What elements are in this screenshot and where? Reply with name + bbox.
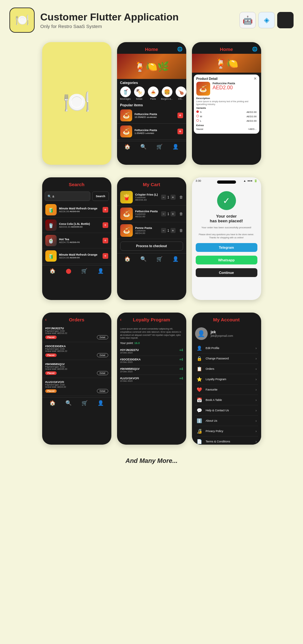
loyalty-item-4[interactable]: #LU1V1KVCFI 19 Dec 2023 +4 <box>120 375 183 384</box>
variant-l[interactable]: L AED2.00 <box>196 119 257 123</box>
android-icon[interactable]: 🤖 <box>239 12 256 28</box>
variant-s[interactable]: S AED2.00 <box>196 110 257 114</box>
cat-pasta[interactable]: 🍝 Pasta <box>147 86 159 100</box>
order-entry-4[interactable]: #LU1V1KVCFI Payment type: COD Grand tota… <box>42 378 111 396</box>
qty-increase-3[interactable]: + <box>171 228 176 233</box>
search-item-3[interactable]: 🍵 Hot Tea AED4.70 AED6.70 + <box>42 233 111 248</box>
menu-item-book-table[interactable]: 📅 Book A Table › <box>195 395 258 405</box>
add-search-2-button[interactable]: + <box>103 222 108 228</box>
cart-delete-1[interactable]: 🗑 <box>179 195 183 199</box>
loyalty-item-2[interactable]: #3OCE33GEKA 19 Dec 2023 +4 <box>120 356 183 365</box>
add-search-4-button[interactable]: + <box>103 253 108 259</box>
back-arrow-orders[interactable]: ‹ <box>45 317 47 322</box>
order-detail-1-button[interactable]: Detail <box>97 335 108 339</box>
back-arrow-loyalty[interactable]: ‹ <box>120 317 122 322</box>
order-detail-2-button[interactable]: Detail <box>97 353 108 357</box>
order-id-1: #OYJMJI227U <box>45 327 108 330</box>
apple-icon[interactable] <box>277 12 294 28</box>
loyalty-item-1[interactable]: #OYJMJI227U 19 Dec 2023 +4 <box>120 347 183 356</box>
menu-item-privacy[interactable]: 🔏 Privacy Policy › <box>195 426 258 436</box>
nav-home-icon-c[interactable]: 🏠 <box>124 256 131 262</box>
search-button[interactable]: Search <box>92 192 109 201</box>
loyalty-date-1: 19 Dec 2023 <box>120 352 139 354</box>
nav-home-icon-s[interactable]: 🏠 <box>49 268 56 274</box>
about-arrow: › <box>255 419 256 423</box>
menu-item-favourite[interactable]: ❤️ Favourite › <box>195 385 258 395</box>
nav-search-icon-c[interactable]: 🔍 <box>140 256 147 262</box>
menu-item-help[interactable]: 💬 Help & Contact Us › <box>195 405 258 416</box>
cart-food-img-3: 🍝 <box>120 224 133 237</box>
variant-m[interactable]: M AED2.00 <box>196 114 257 119</box>
telegram-button[interactable]: Telegram <box>196 243 257 252</box>
nav-cart-icon-s[interactable]: 🛒 <box>81 268 87 274</box>
menu-item-change-password[interactable]: 🔒 Change Password › <box>195 353 258 364</box>
menu-item-about[interactable]: ℹ️ About Us › <box>195 416 258 426</box>
nav-profile-icon[interactable]: 👤 <box>172 144 179 150</box>
cart-item-3[interactable]: 🍝 Penne Pasta Customize AED4.00 − 1 + 🗑 <box>117 222 186 239</box>
qty-decrease-1[interactable]: − <box>161 195 166 200</box>
terms-label: Terms & Conditions <box>206 440 253 443</box>
order-entry-2[interactable]: #3OCE33GEKA Payment type: COD Grand tota… <box>42 342 111 360</box>
menu-item-edit-profile[interactable]: 👤 Edit Profile › <box>195 343 258 353</box>
cart-price-1: AED33.33 <box>135 198 159 201</box>
cat-chicken[interactable]: 🍗 Chi... <box>175 86 186 100</box>
nav-search-icon-o[interactable]: 🔍 <box>65 400 72 406</box>
extra-sauce[interactable]: Sause +AED... <box>196 127 257 131</box>
burgers-icon: 🍔 <box>162 86 172 97</box>
qty-increase-1[interactable]: + <box>171 195 176 200</box>
add-food-1-button[interactable]: + <box>177 113 183 118</box>
qty-decrease-3[interactable]: − <box>161 228 166 233</box>
checkout-button[interactable]: Process to checkout <box>120 242 183 251</box>
nav-profile-icon-c[interactable]: 👤 <box>172 256 179 262</box>
cat-label-kebab: Kebab <box>136 98 142 100</box>
cart-item-2[interactable]: 🍝 Fettuccine Pasta Customize AED2.00 − 1… <box>117 206 186 222</box>
nav-home-icon[interactable]: 🏠 <box>124 144 131 150</box>
cart-item-1[interactable]: 🍟 Crispier Fries (L) Customize AED33.33 … <box>117 189 186 206</box>
nav-cart-active-icon[interactable]: 🛒 <box>156 256 163 262</box>
menu-item-orders[interactable]: 📋 Orders › <box>195 364 258 374</box>
add-search-3-button[interactable]: + <box>103 238 108 243</box>
pd-info-row: 🍝 Fettuccine Pasta AED2.00 <box>196 82 257 96</box>
add-food-2-button[interactable]: + <box>177 129 183 134</box>
home-food-item-2[interactable]: 🍝 Fettuccine Pasta 1.00AED 1.00AED + <box>117 124 186 140</box>
nav-search-active-icon[interactable]: ⬤ <box>66 268 71 274</box>
search-item-2[interactable]: 🥤 Coca Cola (1.5L Bottle) AED33.33 AED35… <box>42 218 111 233</box>
whatsapp-button[interactable]: Whatsapp <box>196 256 257 264</box>
search-input[interactable]: 🔍 a <box>45 192 91 201</box>
search-item-4[interactable]: 🧃 Minute Maid Refresh Orange AED4.99 AED… <box>42 248 111 264</box>
nav-profile-icon-s[interactable]: 👤 <box>98 268 104 274</box>
close-icon[interactable]: ✕ <box>254 76 257 81</box>
nav-cart-icon-o[interactable]: 🛒 <box>81 400 88 406</box>
order-detail-4-button[interactable]: Detail <box>97 389 108 393</box>
product-detail-screen-header: Home 🌐 <box>192 42 261 54</box>
qty-increase-2[interactable]: + <box>171 211 176 216</box>
order-entry-1[interactable]: #OYJMJI227U Payment type: COD Grand tota… <box>42 324 111 342</box>
cart-delete-3[interactable]: 🗑 <box>179 228 183 233</box>
order-entry-3[interactable]: #5KN958SQ1V Payment type: COD Grand tota… <box>42 360 111 378</box>
search-item-1[interactable]: 🧃 Minute Maid Refresh Orange AED6.99 AED… <box>42 202 111 218</box>
nav-home-icon-o[interactable]: 🏠 <box>49 400 56 406</box>
nav-cart-icon[interactable]: 🛒 <box>156 144 163 150</box>
globe-icon[interactable]: 🌐 <box>177 47 182 52</box>
order-detail-3-button[interactable]: Detail <box>97 371 108 375</box>
cat-kebab[interactable]: 🍢 Kebab <box>133 86 145 100</box>
menu-item-loyalty[interactable]: ⭐ Loyalty Program › <box>195 374 258 385</box>
search-food-img-1: 🧃 <box>45 204 57 215</box>
continue-button[interactable]: Continue <box>196 268 257 277</box>
globe-icon-pd[interactable]: 🌐 <box>252 47 257 52</box>
nav-search-icon[interactable]: 🔍 <box>140 144 147 150</box>
about-label: About Us <box>206 419 253 422</box>
edit-profile-icon: 👤 <box>196 346 203 351</box>
flutter-icon[interactable]: ◈ <box>258 12 275 28</box>
menu-item-terms[interactable]: 📄 Terms & Conditions › <box>195 436 258 445</box>
loyalty-item-3[interactable]: #5KN958SQ1V 19 Dec 2023 +4 <box>120 365 183 375</box>
cart-delete-2[interactable]: 🗑 <box>179 212 183 216</box>
loyalty-date-3: 19 Dec 2023 <box>120 370 140 373</box>
add-search-1-button[interactable]: + <box>103 207 108 213</box>
search-food-price-4: AED4.99 AED6.99 <box>59 256 100 259</box>
qty-decrease-2[interactable]: − <box>161 211 166 216</box>
cat-beverages[interactable]: 🥤 Beverages <box>120 86 132 100</box>
home-food-item-1[interactable]: 🍝 Fettuccine Pasta 10.99AED 12.99AED + <box>117 108 186 124</box>
nav-profile-icon-o[interactable]: 👤 <box>98 400 104 406</box>
cat-burgers[interactable]: 🍔 Burgers &... <box>161 86 173 100</box>
